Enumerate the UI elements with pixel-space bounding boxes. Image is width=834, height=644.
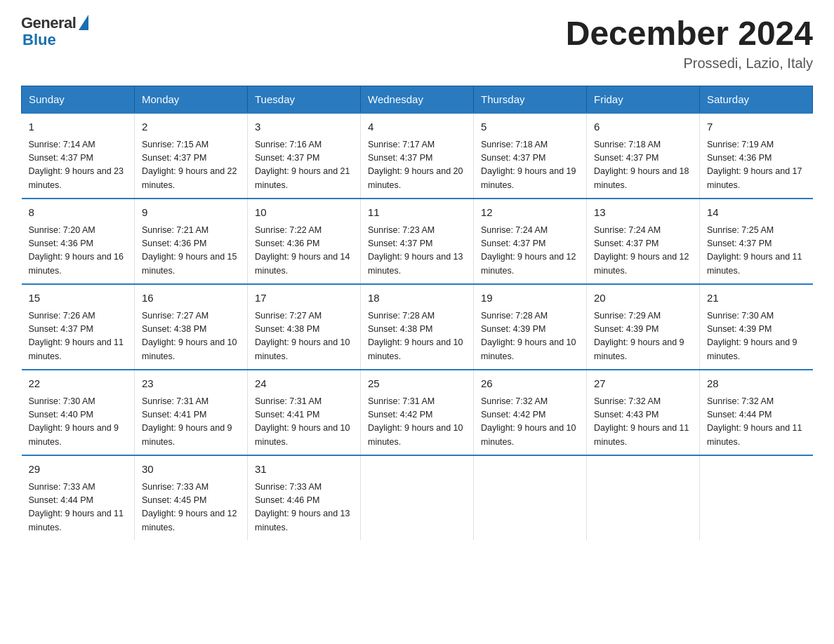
day-info: Sunrise: 7:28 AMSunset: 4:38 PMDaylight:… xyxy=(368,309,466,364)
day-number: 12 xyxy=(481,205,579,221)
day-number: 5 xyxy=(481,119,579,135)
month-title: December 2024 xyxy=(566,14,813,53)
day-info: Sunrise: 7:24 AMSunset: 4:37 PMDaylight:… xyxy=(481,224,579,279)
day-cell: 3 Sunrise: 7:16 AMSunset: 4:37 PMDayligh… xyxy=(248,113,361,199)
day-number: 24 xyxy=(255,376,353,392)
week-row-5: 29 Sunrise: 7:33 AMSunset: 4:44 PMDaylig… xyxy=(22,455,813,540)
header-cell-tuesday: Tuesday xyxy=(248,86,361,114)
week-row-4: 22 Sunrise: 7:30 AMSunset: 4:40 PMDaylig… xyxy=(22,370,813,455)
day-number: 3 xyxy=(255,119,353,135)
day-cell xyxy=(474,455,587,540)
day-number: 11 xyxy=(368,205,466,221)
day-info: Sunrise: 7:26 AMSunset: 4:37 PMDaylight:… xyxy=(29,309,128,364)
day-cell: 28 Sunrise: 7:32 AMSunset: 4:44 PMDaylig… xyxy=(700,370,813,455)
day-number: 19 xyxy=(481,290,579,307)
day-cell: 15 Sunrise: 7:26 AMSunset: 4:37 PMDaylig… xyxy=(22,284,135,370)
day-info: Sunrise: 7:30 AMSunset: 4:40 PMDaylight:… xyxy=(29,395,128,450)
day-cell: 17 Sunrise: 7:27 AMSunset: 4:38 PMDaylig… xyxy=(248,284,361,370)
day-cell: 24 Sunrise: 7:31 AMSunset: 4:41 PMDaylig… xyxy=(248,370,361,455)
header-cell-thursday: Thursday xyxy=(474,86,587,114)
day-cell: 5 Sunrise: 7:18 AMSunset: 4:37 PMDayligh… xyxy=(474,113,587,199)
day-cell: 26 Sunrise: 7:32 AMSunset: 4:42 PMDaylig… xyxy=(474,370,587,455)
day-info: Sunrise: 7:18 AMSunset: 4:37 PMDaylight:… xyxy=(481,138,579,193)
day-number: 15 xyxy=(29,290,128,307)
day-cell: 4 Sunrise: 7:17 AMSunset: 4:37 PMDayligh… xyxy=(361,113,474,199)
logo-blue-text: Blue xyxy=(21,31,56,49)
title-block: December 2024 Prossedi, Lazio, Italy xyxy=(566,14,813,72)
day-info: Sunrise: 7:31 AMSunset: 4:42 PMDaylight:… xyxy=(368,395,466,450)
day-number: 26 xyxy=(481,376,579,392)
day-cell: 18 Sunrise: 7:28 AMSunset: 4:38 PMDaylig… xyxy=(361,284,474,370)
day-number: 10 xyxy=(255,205,353,221)
day-number: 1 xyxy=(29,119,128,135)
header-cell-saturday: Saturday xyxy=(700,86,813,114)
day-number: 16 xyxy=(142,290,240,307)
day-info: Sunrise: 7:27 AMSunset: 4:38 PMDaylight:… xyxy=(142,309,240,364)
day-number: 30 xyxy=(142,462,240,478)
day-cell: 13 Sunrise: 7:24 AMSunset: 4:37 PMDaylig… xyxy=(587,199,700,284)
day-cell: 10 Sunrise: 7:22 AMSunset: 4:36 PMDaylig… xyxy=(248,199,361,284)
day-number: 18 xyxy=(368,290,466,307)
calendar-table: SundayMondayTuesdayWednesdayThursdayFrid… xyxy=(21,86,813,540)
day-cell: 2 Sunrise: 7:15 AMSunset: 4:37 PMDayligh… xyxy=(135,113,248,199)
location-title: Prossedi, Lazio, Italy xyxy=(566,55,813,72)
week-row-3: 15 Sunrise: 7:26 AMSunset: 4:37 PMDaylig… xyxy=(22,284,813,370)
day-cell: 9 Sunrise: 7:21 AMSunset: 4:36 PMDayligh… xyxy=(135,199,248,284)
day-info: Sunrise: 7:29 AMSunset: 4:39 PMDaylight:… xyxy=(594,309,692,364)
day-number: 6 xyxy=(594,119,692,135)
day-number: 29 xyxy=(29,462,128,478)
page-header: General Blue December 2024 Prossedi, Laz… xyxy=(21,14,813,72)
day-number: 28 xyxy=(707,376,806,392)
day-number: 27 xyxy=(594,376,692,392)
week-row-1: 1 Sunrise: 7:14 AMSunset: 4:37 PMDayligh… xyxy=(22,113,813,199)
day-number: 21 xyxy=(707,290,806,307)
day-number: 31 xyxy=(255,462,353,478)
day-number: 8 xyxy=(29,205,128,221)
day-info: Sunrise: 7:32 AMSunset: 4:42 PMDaylight:… xyxy=(481,395,579,450)
day-info: Sunrise: 7:30 AMSunset: 4:39 PMDaylight:… xyxy=(707,309,806,364)
day-info: Sunrise: 7:22 AMSunset: 4:36 PMDaylight:… xyxy=(255,224,353,279)
header-cell-friday: Friday xyxy=(587,86,700,114)
logo-triangle-icon xyxy=(79,15,88,30)
day-number: 20 xyxy=(594,290,692,307)
day-cell: 19 Sunrise: 7:28 AMSunset: 4:39 PMDaylig… xyxy=(474,284,587,370)
day-info: Sunrise: 7:28 AMSunset: 4:39 PMDaylight:… xyxy=(481,309,579,364)
day-number: 2 xyxy=(142,119,240,135)
day-info: Sunrise: 7:33 AMSunset: 4:45 PMDaylight:… xyxy=(142,481,240,535)
day-info: Sunrise: 7:31 AMSunset: 4:41 PMDaylight:… xyxy=(142,395,240,450)
day-cell: 20 Sunrise: 7:29 AMSunset: 4:39 PMDaylig… xyxy=(587,284,700,370)
day-number: 13 xyxy=(594,205,692,221)
day-info: Sunrise: 7:19 AMSunset: 4:36 PMDaylight:… xyxy=(707,138,806,193)
day-info: Sunrise: 7:18 AMSunset: 4:37 PMDaylight:… xyxy=(594,138,692,193)
day-info: Sunrise: 7:25 AMSunset: 4:37 PMDaylight:… xyxy=(707,224,806,279)
day-cell: 16 Sunrise: 7:27 AMSunset: 4:38 PMDaylig… xyxy=(135,284,248,370)
day-number: 25 xyxy=(368,376,466,392)
day-cell: 6 Sunrise: 7:18 AMSunset: 4:37 PMDayligh… xyxy=(587,113,700,199)
day-info: Sunrise: 7:23 AMSunset: 4:37 PMDaylight:… xyxy=(368,224,466,279)
day-number: 9 xyxy=(142,205,240,221)
day-cell: 14 Sunrise: 7:25 AMSunset: 4:37 PMDaylig… xyxy=(700,199,813,284)
day-cell xyxy=(361,455,474,540)
day-cell: 8 Sunrise: 7:20 AMSunset: 4:36 PMDayligh… xyxy=(22,199,135,284)
day-number: 23 xyxy=(142,376,240,392)
day-cell: 1 Sunrise: 7:14 AMSunset: 4:37 PMDayligh… xyxy=(22,113,135,199)
day-cell: 25 Sunrise: 7:31 AMSunset: 4:42 PMDaylig… xyxy=(361,370,474,455)
header-cell-sunday: Sunday xyxy=(22,86,135,114)
day-cell: 11 Sunrise: 7:23 AMSunset: 4:37 PMDaylig… xyxy=(361,199,474,284)
header-row: SundayMondayTuesdayWednesdayThursdayFrid… xyxy=(22,86,813,114)
day-info: Sunrise: 7:15 AMSunset: 4:37 PMDaylight:… xyxy=(142,138,240,193)
day-number: 4 xyxy=(368,119,466,135)
day-cell: 30 Sunrise: 7:33 AMSunset: 4:45 PMDaylig… xyxy=(135,455,248,540)
day-cell: 27 Sunrise: 7:32 AMSunset: 4:43 PMDaylig… xyxy=(587,370,700,455)
day-number: 14 xyxy=(707,205,806,221)
day-cell: 29 Sunrise: 7:33 AMSunset: 4:44 PMDaylig… xyxy=(22,455,135,540)
day-info: Sunrise: 7:17 AMSunset: 4:37 PMDaylight:… xyxy=(368,138,466,193)
day-info: Sunrise: 7:27 AMSunset: 4:38 PMDaylight:… xyxy=(255,309,353,364)
day-info: Sunrise: 7:20 AMSunset: 4:36 PMDaylight:… xyxy=(29,224,128,279)
day-info: Sunrise: 7:32 AMSunset: 4:44 PMDaylight:… xyxy=(707,395,806,450)
day-info: Sunrise: 7:32 AMSunset: 4:43 PMDaylight:… xyxy=(594,395,692,450)
day-info: Sunrise: 7:24 AMSunset: 4:37 PMDaylight:… xyxy=(594,224,692,279)
day-info: Sunrise: 7:14 AMSunset: 4:37 PMDaylight:… xyxy=(29,138,128,193)
logo-general-text: General xyxy=(21,14,76,32)
day-number: 17 xyxy=(255,290,353,307)
